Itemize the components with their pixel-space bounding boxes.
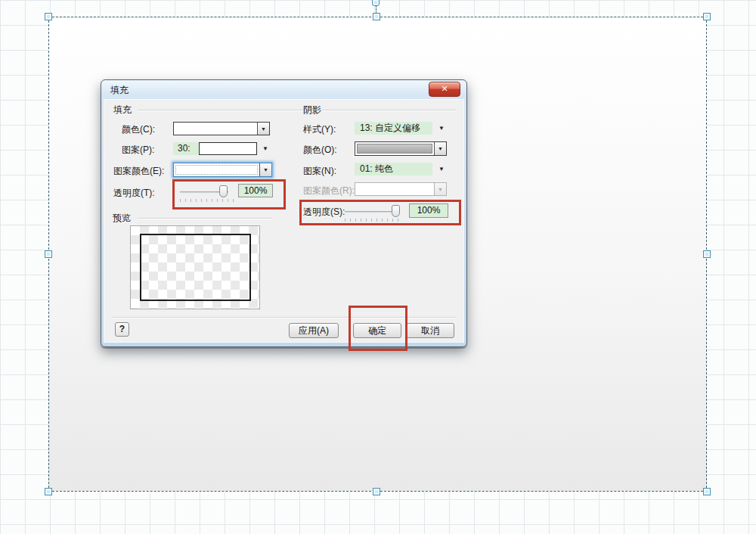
dialog-title: 填充 bbox=[110, 84, 129, 97]
shadow-transparency-label: 透明度(S): bbox=[303, 206, 345, 219]
fill-pattern-swatch[interactable] bbox=[199, 142, 257, 155]
footer-divider bbox=[112, 317, 457, 318]
selection-handle-top-middle[interactable] bbox=[373, 13, 380, 20]
chevron-down-icon[interactable]: ▼ bbox=[438, 125, 445, 132]
close-icon: ✕ bbox=[441, 84, 448, 93]
shadow-style-label: 样式(Y): bbox=[303, 123, 336, 136]
fill-pattern-color-label: 图案颜色(E): bbox=[113, 165, 164, 178]
chevron-down-icon: ▼ bbox=[434, 183, 446, 195]
fill-dialog: 填充 ✕ 填充 阴影 颜色(C): ▼ 图案(P): 30: ▼ 图案颜色(E)… bbox=[101, 79, 467, 347]
shadow-pattern-label: 图案(N): bbox=[303, 165, 336, 178]
chevron-down-icon[interactable]: ▼ bbox=[259, 163, 271, 176]
chevron-down-icon[interactable]: ▼ bbox=[262, 145, 268, 152]
fill-pattern-color-swatch bbox=[174, 163, 259, 176]
fill-group-label: 填充 bbox=[113, 104, 132, 116]
shadow-pattern-value[interactable]: 01: 纯色 bbox=[355, 163, 432, 175]
fill-preview-area bbox=[130, 225, 260, 309]
shadow-transparency-slider-track[interactable] bbox=[345, 211, 395, 213]
fill-color-swatch bbox=[174, 123, 257, 135]
fill-transparency-label: 透明度(T): bbox=[113, 187, 155, 200]
fill-transparency-slider-thumb[interactable] bbox=[219, 185, 228, 197]
selection-handle-bottom-middle[interactable] bbox=[373, 488, 380, 495]
chevron-down-icon[interactable]: ▼ bbox=[257, 123, 269, 135]
shadow-transparency-slider-thumb[interactable] bbox=[392, 205, 400, 217]
fill-preview-shape bbox=[140, 234, 251, 301]
selection-handle-bottom-left[interactable] bbox=[45, 488, 52, 495]
ok-button[interactable]: 确定 bbox=[353, 323, 401, 338]
visio-canvas[interactable]: { "canvas": { "page_selected": true, "ha… bbox=[0, 0, 756, 534]
shadow-color-dropdown[interactable]: ▼ bbox=[355, 141, 447, 156]
preview-group-divider bbox=[138, 218, 272, 219]
shadow-group-label: 阴影 bbox=[303, 104, 321, 116]
fill-pattern-value[interactable]: 30: bbox=[173, 142, 199, 155]
fill-transparency-ticks bbox=[180, 199, 236, 202]
selection-handle-top-left[interactable] bbox=[45, 13, 52, 20]
close-button[interactable]: ✕ bbox=[429, 82, 460, 97]
selection-handle-middle-right[interactable] bbox=[703, 250, 711, 258]
fill-pattern-color-dropdown[interactable]: ▼ bbox=[173, 163, 272, 177]
help-icon: ? bbox=[119, 324, 125, 334]
shadow-transparency-value: 100% bbox=[409, 203, 448, 218]
shadow-pattern-color-label: 图案颜色(R): bbox=[303, 185, 355, 197]
rotation-handle[interactable] bbox=[372, 0, 380, 6]
chevron-down-icon[interactable]: ▼ bbox=[434, 142, 446, 155]
fill-group-divider bbox=[138, 110, 361, 110]
shadow-style-value[interactable]: 13: 自定义偏移 bbox=[355, 122, 432, 135]
apply-button[interactable]: 应用(A) bbox=[289, 323, 339, 338]
selection-handle-middle-left[interactable] bbox=[45, 250, 52, 258]
cancel-button[interactable]: 取消 bbox=[406, 323, 454, 338]
shadow-color-swatch bbox=[355, 142, 434, 155]
fill-pattern-label: 图案(P): bbox=[122, 144, 154, 157]
shadow-pattern-color-swatch bbox=[355, 183, 434, 195]
selection-handle-top-right[interactable] bbox=[703, 13, 711, 20]
chevron-down-icon[interactable]: ▼ bbox=[438, 166, 445, 172]
help-button[interactable]: ? bbox=[115, 322, 129, 337]
selection-handle-bottom-right[interactable] bbox=[703, 488, 711, 495]
shadow-transparency-ticks bbox=[345, 219, 402, 222]
shadow-color-label: 颜色(O): bbox=[303, 144, 337, 157]
shadow-group-divider bbox=[328, 110, 457, 110]
shadow-pattern-color-dropdown: ▼ bbox=[355, 182, 447, 196]
fill-transparency-value: 100% bbox=[238, 184, 273, 197]
preview-group-label: 预览 bbox=[113, 212, 131, 225]
fill-color-label: 颜色(C): bbox=[122, 123, 155, 136]
fill-color-dropdown[interactable]: ▼ bbox=[173, 122, 270, 135]
